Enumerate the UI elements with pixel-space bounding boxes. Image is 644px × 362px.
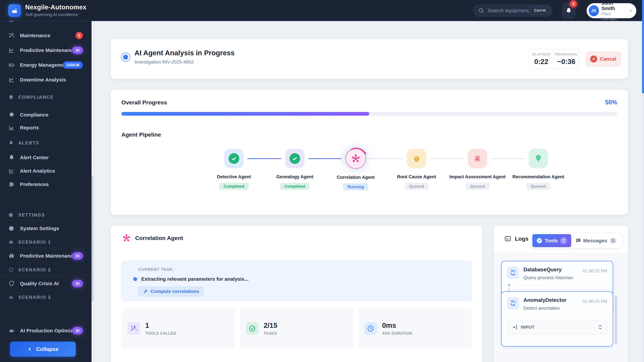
lightbulb-icon	[534, 154, 543, 163]
analysis-status-card: AI Agent Analysis in Progress Investigat…	[111, 39, 628, 79]
pipeline-agent-detective[interactable]: Detective Agent Completed	[206, 149, 262, 190]
sidebar-item-ai-production-optimization[interactable]: AI Production Optimization AI	[0, 325, 92, 336]
sidebar-scrollbar[interactable]	[92, 21, 94, 362]
check-circle-icon	[290, 153, 300, 164]
analysis-title: AI Agent Analysis in Progress	[134, 49, 234, 57]
sidebar-item-preferences[interactable]: Preferences	[0, 179, 92, 190]
tool-name: AnomalyDetector	[524, 297, 566, 303]
pipeline-agent-genealogy[interactable]: Genealogy Agent Completed	[266, 149, 323, 190]
sidebar-item-compliance[interactable]: Compliance	[0, 109, 92, 120]
clock-icon	[364, 322, 377, 335]
sidebar-item-alert-analytics[interactable]: Alert Analytics	[0, 166, 92, 176]
tab-tools[interactable]: Tools 7	[532, 234, 571, 247]
chevron-left-icon	[27, 347, 32, 352]
tool-timestamp: 01:36:25 PM	[582, 297, 607, 304]
circle-check-icon	[246, 322, 258, 335]
status-badge: Completed	[280, 183, 310, 190]
app-tagline: Self-governing AI excellence	[25, 12, 86, 17]
page-scrollbar-thumb[interactable]	[642, 0, 644, 93]
gear-icon	[8, 225, 15, 231]
agent-pipeline-title: Agent Pipeline	[122, 131, 161, 138]
investigation-id: Investigation INV-2025-4852	[134, 59, 194, 65]
sidebar-section-settings: SETTINGS	[0, 210, 92, 220]
sidebar-item-maintenance[interactable]: Maintenance 5	[0, 30, 92, 41]
battery-icon	[8, 62, 15, 68]
overall-progress-fill	[122, 112, 369, 116]
logs-scrollbar-thumb[interactable]	[615, 296, 617, 345]
tool-description: Detect anomalies	[524, 306, 566, 311]
shield-icon	[8, 267, 14, 272]
head-gear-icon	[412, 154, 421, 163]
sidebar-scrollbar-thumb[interactable]	[92, 176, 94, 302]
gear-icon	[8, 213, 14, 218]
status-badge: Queued	[466, 183, 489, 190]
input-expander[interactable]: INPUT	[507, 320, 607, 334]
sidebar-item-quality-crisis-ai[interactable]: Quality Crisis AI AI	[0, 278, 92, 289]
sidebar-item-predictive-maintenance-ai[interactable]: Predictive Maintenance AI AI	[0, 251, 92, 261]
spinner-arc-icon	[344, 147, 368, 171]
logs-tabs: Tools 7 Messages 11	[531, 233, 622, 249]
wrench-circle-icon	[536, 238, 542, 244]
tab-messages[interactable]: Messages 11	[571, 237, 621, 244]
stat-label: TOOLS CALLED	[145, 331, 176, 336]
top-header: Nexgile-Autonomex Self-governing AI exce…	[0, 0, 644, 21]
status-badge: Queued	[526, 183, 550, 190]
app-title: Nexgile-Autonomex	[25, 4, 86, 11]
sidebar-divider	[0, 107, 92, 107]
stat-tasks: 2/15 TASKS	[240, 309, 353, 348]
sidebar-item-energy-management[interactable]: Energy Management 245KW	[0, 60, 92, 70]
sidebar-item-spc-charts[interactable]: SPC Charts	[0, 21, 92, 25]
expand-chevrons-icon	[598, 325, 602, 330]
sync-icon	[507, 267, 519, 279]
cancel-button[interactable]: ✕ Cancel	[586, 52, 621, 66]
tools-icon	[128, 322, 140, 335]
overall-progress-percent: 50%	[605, 99, 617, 106]
sidebar-divider	[0, 323, 92, 323]
current-task-label: CURRENT TASK:	[138, 267, 464, 272]
time-summary-box: ELAPSED 0:22 REMAINING ~0:36	[528, 49, 579, 69]
user-menu[interactable]: JS John Smith Plant Manager	[587, 3, 636, 18]
pipeline-agent-recommendation[interactable]: Recommendation Agent Queued	[510, 149, 567, 190]
search-placeholder: Search equipment, o	[488, 8, 530, 13]
tool-timestamp: 01:36:23 PM	[582, 267, 607, 274]
brain-icon	[8, 253, 15, 259]
page-scrollbar[interactable]	[642, 0, 644, 362]
certificate-icon	[8, 112, 15, 118]
status-badge: Running	[343, 183, 368, 190]
shield-icon	[8, 95, 14, 100]
elapsed-label: ELAPSED	[532, 52, 550, 56]
sync-icon	[507, 297, 519, 309]
main-content: AI Agent Analysis in Progress Investigat…	[94, 21, 642, 362]
sliders-icon	[8, 181, 15, 187]
collapse-sidebar-button[interactable]: Collapse	[10, 342, 76, 357]
status-badge: Completed	[219, 183, 249, 190]
robot-icon	[8, 328, 15, 334]
search-input[interactable]: Search equipment, o Ctrl+K	[473, 4, 552, 16]
bell-icon	[8, 140, 14, 145]
divider	[507, 316, 607, 316]
chevron-down-icon	[628, 8, 633, 13]
tool-call-card-anomalydetector[interactable]: AnomalyDetector Detect anomalies 01:36:2…	[501, 291, 613, 347]
pipeline-agent-root-cause[interactable]: Root Cause Agent Queued	[388, 149, 445, 190]
brand-block: Nexgile-Autonomex Self-governing AI exce…	[25, 4, 86, 17]
logs-title: Logs	[515, 236, 528, 242]
check-circle-icon	[228, 153, 239, 164]
pipeline-agent-correlation[interactable]: Correlation Agent Running	[327, 148, 384, 190]
tools-icon	[8, 32, 15, 38]
pipeline-card: Overall Progress 50% Agent Pipeline Dete…	[111, 90, 628, 215]
ai-badge: AI	[72, 252, 83, 260]
stat-value: 0ms	[382, 322, 412, 330]
sidebar-item-reports[interactable]: Reports	[0, 122, 92, 133]
remaining-value: ~0:36	[557, 58, 576, 66]
tool-name: DatabaseQuery	[524, 267, 573, 273]
pipeline-agent-impact-assessment[interactable]: Impact Assessment Agent Queued	[449, 149, 506, 190]
correlation-agent-icon	[346, 148, 366, 169]
sidebar-item-predictive-maintenance[interactable]: Predictive Maintenance AI	[0, 45, 92, 56]
sidebar-section-alerts: ALERTS	[0, 138, 92, 148]
energy-kw-badge: 245KW	[63, 61, 83, 69]
sidebar-item-system-settings[interactable]: System Settings	[0, 223, 92, 234]
sidebar-item-downtime-analysis[interactable]: Downtime Analysis	[0, 74, 92, 85]
compute-correlations-chip[interactable]: Compute correlations	[138, 286, 204, 297]
stat-value: 2/15	[264, 322, 278, 330]
sidebar-item-alert-center[interactable]: Alert Center	[0, 152, 92, 163]
